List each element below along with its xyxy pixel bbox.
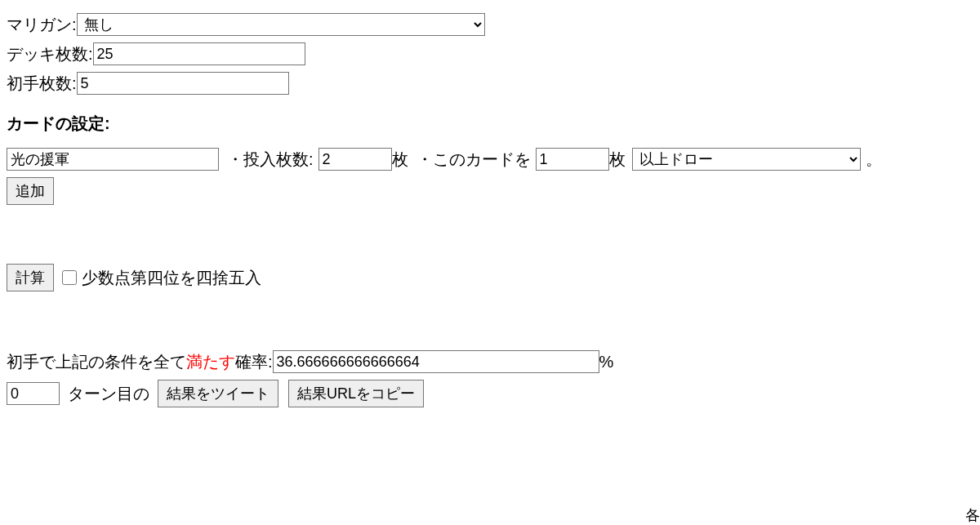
result-value-input[interactable] [273, 350, 599, 373]
count-suffix-label: 枚 [392, 149, 408, 171]
mulligan-label: マリガン: [7, 14, 77, 36]
deck-count-input[interactable] [93, 42, 305, 65]
result-prefix2-label: 確率: [235, 351, 273, 373]
card-count-input[interactable] [318, 148, 392, 171]
deck-count-label: デッキ枚数: [7, 43, 93, 65]
count-prefix-label: ・投入枚数: [227, 149, 314, 171]
hand-count-input[interactable] [77, 72, 289, 95]
result-highlight-label: 満たす [186, 351, 235, 373]
mulligan-select[interactable]: 無し [77, 13, 485, 36]
round-checkbox[interactable] [62, 270, 77, 285]
draw-condition-select[interactable]: 以上ドロー [632, 148, 861, 171]
draw-prefix-label: ・このカードを [416, 149, 531, 171]
calculate-button[interactable]: 計算 [7, 264, 54, 291]
turn-input[interactable] [7, 382, 60, 405]
turn-label: ターン目の [68, 383, 149, 405]
period-label: 。 [866, 149, 882, 171]
result-prefix-label: 初手で上記の条件を全て [7, 351, 186, 373]
draw-count-input[interactable] [536, 148, 609, 171]
add-button[interactable]: 追加 [7, 177, 54, 205]
card-name-input[interactable] [7, 148, 219, 171]
draw-suffix-label: 枚 [609, 149, 626, 171]
hand-count-label: 初手枚数: [7, 73, 77, 95]
card-settings-heading: カードの設定: [7, 113, 973, 135]
copy-url-button[interactable]: 結果URLをコピー [288, 380, 424, 407]
result-suffix-label: % [599, 353, 614, 372]
round-checkbox-label: 少数点第四位を四捨五入 [82, 267, 261, 289]
tweet-result-button[interactable]: 結果をツイート [158, 380, 278, 407]
